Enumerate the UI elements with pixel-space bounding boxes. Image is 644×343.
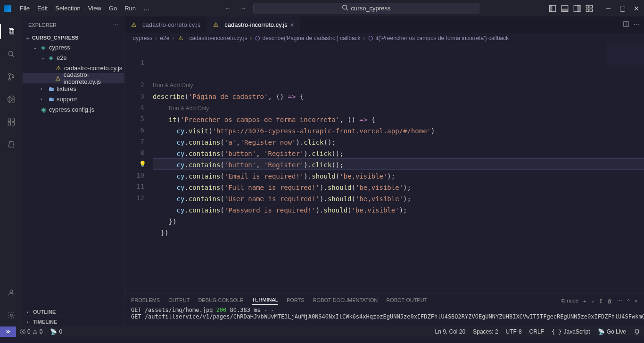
tab-incorreto[interactable]: ⚠ cadastro-incorreto.cy.js × (206, 16, 300, 33)
menu-view[interactable]: View (84, 3, 105, 14)
maximize-panel-icon[interactable]: ^ (627, 298, 629, 304)
more-icon[interactable]: ⋯ (617, 298, 622, 304)
svg-point-14 (8, 51, 13, 56)
layout-customize[interactable] (585, 4, 594, 13)
svg-rect-3 (549, 5, 552, 12)
warning-icon: ⚠ (33, 328, 38, 335)
kill-terminal-icon[interactable]: 🗑 (607, 298, 612, 304)
project-name: CURSO_CYPRESS (32, 35, 78, 41)
js-icon: ⚠ (212, 21, 220, 28)
remote-button[interactable] (0, 327, 16, 337)
breadcrumb-sep: › (155, 35, 157, 41)
panel-tab-debug[interactable]: DEBUG CONSOLE (198, 297, 243, 305)
close-icon[interactable]: × (290, 21, 294, 29)
panel-tab-robot-doc[interactable]: ROBOT DOCUMENTATION (313, 297, 378, 305)
activity-account[interactable] (0, 281, 23, 304)
tab-correto[interactable]: ⚠ cadastro-correto.cy.js (124, 16, 206, 33)
project-folder[interactable]: ⌄ CURSO_CYPRESS (23, 33, 124, 42)
bottom-panel: PROBLEMS OUTPUT DEBUG CONSOLE TERMINAL P… (124, 294, 644, 327)
terminal-content[interactable]: GET /assets/img/home.jpg 200 80.383 ms -… (124, 305, 644, 322)
antenna-icon: 📡 (50, 328, 57, 335)
tree-label: fixtures (57, 85, 76, 92)
close-button[interactable]: ✕ (633, 5, 640, 12)
svg-marker-19 (10, 98, 14, 102)
file-tree: ⌄ ◈ cypress ⌄ ◈ e2e ⚠ cadastro-correto.c… (23, 42, 124, 114)
new-terminal-icon[interactable]: + (583, 298, 586, 304)
panel-tab-ports[interactable]: PORTS (287, 297, 305, 305)
breadcrumb-file[interactable]: cadastro-incorreto.cy.js (189, 35, 247, 41)
activity-explorer[interactable] (0, 20, 23, 43)
menu-edit[interactable]: Edit (33, 3, 51, 14)
layout-btn-3[interactable] (572, 4, 582, 13)
outline-section[interactable]: › OUTLINE (23, 307, 124, 317)
svg-point-17 (8, 78, 10, 80)
close-panel-icon[interactable]: × (635, 298, 637, 304)
tab-label: cadastro-correto.cy.js (142, 21, 200, 28)
minimize-button[interactable]: ─ (604, 5, 612, 12)
split-editor-icon[interactable] (623, 21, 629, 29)
activity-testing[interactable] (0, 133, 23, 156)
status-spaces[interactable]: Spaces: 2 (469, 328, 502, 335)
nav-back[interactable]: ← (222, 3, 234, 14)
terminal-shell[interactable]: ⧉ node (561, 298, 578, 304)
js-icon: ⚠ (177, 35, 184, 41)
menu-selection[interactable]: Selection (51, 3, 84, 14)
breadcrumb-describe[interactable]: describe('Página de cadastro') callback (263, 35, 361, 41)
activity-settings[interactable] (0, 304, 23, 327)
chevron-down-icon: ⌄ (41, 55, 47, 61)
tree-file-config[interactable]: ◉ cypress.config.js (23, 104, 124, 114)
panel-tab-output[interactable]: OUTPUT (168, 297, 190, 305)
panel-tab-terminal[interactable]: TERMINAL (252, 297, 278, 305)
tree-folder-support[interactable]: › 🖿 support (23, 94, 124, 104)
panel-tab-robot-out[interactable]: ROBOT OUTPUT (386, 297, 427, 305)
terminal-dropdown-icon[interactable]: ⌄ (591, 298, 595, 304)
status-language[interactable]: { } JavaScript (548, 328, 594, 335)
code-content[interactable]: Run & Add Only describe('Página de cadas… (153, 43, 644, 294)
breadcrumb-sep: › (363, 35, 365, 41)
menu-go[interactable]: Go (105, 3, 121, 14)
menu-run[interactable]: Run (121, 3, 140, 14)
command-center[interactable]: curso_cypress (253, 3, 479, 14)
activity-extensions[interactable] (0, 111, 23, 133)
status-encoding[interactable]: UTF-8 (502, 328, 526, 335)
explorer-title: EXPLORER (28, 22, 57, 28)
maximize-button[interactable]: ▢ (619, 5, 626, 12)
svg-rect-12 (9, 28, 13, 33)
lightbulb-icon[interactable]: 💡 (139, 158, 146, 170)
explorer-more-icon[interactable]: ⋯ (113, 22, 118, 28)
status-cursor[interactable]: Ln 9, Col 20 (431, 328, 469, 335)
breadcrumb[interactable]: cypress › e2e › ⚠ cadastro-incorreto.cy.… (124, 33, 644, 43)
tree-label: e2e (57, 54, 67, 61)
status-problems[interactable]: ⓧ0 ⚠0 (16, 328, 46, 336)
activity-debug[interactable] (0, 88, 23, 111)
menu-file[interactable]: File (16, 3, 33, 14)
split-terminal-icon[interactable]: ▯ (600, 298, 603, 304)
breadcrumb-cypress[interactable]: cypress (133, 35, 152, 41)
status-eol[interactable]: CRLF (526, 328, 548, 335)
tree-file-incorreto[interactable]: ⚠ cadastro-incorreto.cy.js (23, 73, 124, 83)
timeline-section[interactable]: › TIMELINE (23, 317, 124, 327)
tree-folder-e2e[interactable]: ⌄ ◈ e2e (23, 52, 124, 63)
codelens-run[interactable]: Run & Add Only (169, 105, 209, 112)
tree-label: support (57, 96, 77, 103)
more-actions-icon[interactable]: ⋯ (633, 21, 639, 29)
layout-btn-2[interactable] (560, 4, 570, 13)
status-ports[interactable]: 📡0 (46, 328, 66, 335)
tree-folder-cypress[interactable]: ⌄ ◈ cypress (23, 42, 124, 52)
nav-forward[interactable]: → (238, 3, 249, 14)
menu-overflow[interactable]: … (140, 3, 153, 14)
panel-tab-problems[interactable]: PROBLEMS (131, 297, 160, 305)
breadcrumb-e2e[interactable]: e2e (160, 35, 169, 41)
code-editor[interactable]: 1 2 3 4 5 6 7 8 9💡 10 11 12 Run & Add On… (124, 43, 644, 294)
tree-label: cadastro-correto.cy.js (64, 65, 122, 72)
activity-scm[interactable] (0, 65, 23, 88)
svg-point-0 (342, 5, 347, 9)
activity-search[interactable] (0, 43, 23, 65)
command-center-label: curso_cypress (351, 5, 391, 12)
title-center: ← → curso_cypress (153, 3, 548, 14)
status-bell[interactable] (630, 328, 644, 335)
layout-btn-1[interactable] (548, 4, 557, 13)
status-golive[interactable]: 📡 Go Live (594, 328, 630, 335)
codelens-run[interactable]: Run & Add Only (153, 82, 193, 89)
breadcrumb-it[interactable]: it('Preencher os campos de forma incorre… (376, 35, 509, 41)
